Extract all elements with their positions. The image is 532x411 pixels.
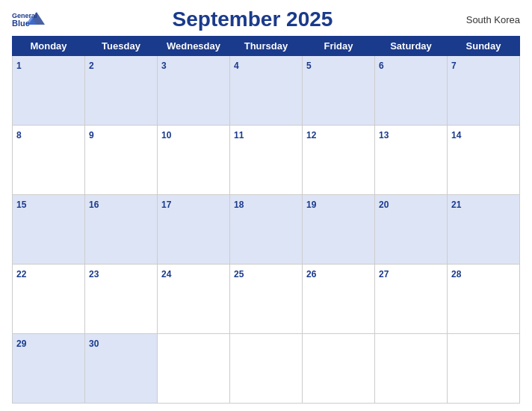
title-block: September 2025	[45, 7, 460, 31]
week-row-5: 2930	[13, 334, 520, 404]
week-row-4: 22232425262728	[13, 265, 520, 334]
calendar-cell: 2	[85, 56, 158, 126]
country-label: South Korea	[460, 14, 520, 25]
calendar-cell	[303, 334, 375, 404]
week-row-2: 891011121314	[13, 126, 520, 195]
day-number: 17	[161, 200, 171, 210]
week-row-3: 15161718192021	[13, 195, 520, 265]
day-number: 7	[451, 61, 457, 71]
logo: General Blue	[12, 8, 45, 31]
day-number: 8	[16, 130, 22, 140]
calendar-cell: 17	[158, 195, 230, 265]
day-number: 18	[234, 200, 244, 210]
calendar-cell: 21	[448, 195, 520, 265]
day-number: 11	[234, 130, 244, 140]
header-thursday: Thursday	[230, 37, 303, 56]
calendar-cell: 23	[85, 265, 158, 334]
header-saturday: Saturday	[375, 37, 448, 56]
calendar-cell: 24	[158, 265, 230, 334]
calendar-cell: 18	[230, 195, 303, 265]
day-number: 30	[89, 339, 99, 349]
calendar-cell: 27	[375, 265, 448, 334]
calendar-cell: 19	[303, 195, 375, 265]
calendar-cell: 20	[375, 195, 448, 265]
day-number: 10	[161, 130, 171, 140]
day-number: 14	[451, 130, 461, 140]
day-number: 4	[234, 61, 239, 71]
weekday-header-row: Monday Tuesday Wednesday Thursday Friday…	[13, 37, 520, 56]
day-number: 21	[451, 200, 461, 210]
calendar-cell: 25	[230, 265, 303, 334]
calendar-cell: 10	[158, 126, 230, 195]
day-number: 20	[379, 200, 389, 210]
calendar-cell: 4	[230, 56, 303, 126]
day-number: 6	[379, 61, 384, 71]
day-number: 28	[451, 269, 461, 279]
calendar-table: Monday Tuesday Wednesday Thursday Friday…	[12, 36, 520, 404]
header-tuesday: Tuesday	[85, 37, 158, 56]
calendar-cell: 8	[13, 126, 85, 195]
day-number: 13	[379, 130, 389, 140]
calendar-cell: 14	[448, 126, 520, 195]
day-number: 19	[306, 200, 316, 210]
logo-svg: General Blue	[12, 8, 45, 31]
calendar-cell	[375, 334, 448, 404]
day-number: 26	[306, 269, 316, 279]
day-number: 12	[306, 130, 316, 140]
calendar-cell: 13	[375, 126, 448, 195]
calendar-cell: 28	[448, 265, 520, 334]
calendar-cell: 16	[85, 195, 158, 265]
calendar-cell	[230, 334, 303, 404]
calendar-title: September 2025	[45, 7, 460, 31]
header-friday: Friday	[303, 37, 375, 56]
header-sunday: Sunday	[448, 37, 520, 56]
day-number: 2	[89, 61, 94, 71]
header-wednesday: Wednesday	[158, 37, 230, 56]
calendar-cell: 12	[303, 126, 375, 195]
day-number: 23	[89, 269, 99, 279]
day-number: 5	[306, 61, 312, 71]
day-number: 9	[89, 130, 94, 140]
calendar-cell: 29	[13, 334, 85, 404]
calendar-cell	[448, 334, 520, 404]
day-number: 24	[161, 269, 171, 279]
calendar-cell: 5	[303, 56, 375, 126]
day-number: 29	[16, 339, 26, 349]
day-number: 22	[16, 269, 26, 279]
day-number: 25	[234, 269, 244, 279]
day-number: 16	[89, 200, 99, 210]
day-number: 27	[379, 269, 389, 279]
calendar-cell: 6	[375, 56, 448, 126]
calendar-cell: 9	[85, 126, 158, 195]
calendar-cell: 15	[13, 195, 85, 265]
calendar-cell: 3	[158, 56, 230, 126]
calendar-header: General Blue September 2025 South Korea	[12, 7, 520, 31]
week-row-1: 1234567	[13, 56, 520, 126]
calendar-cell: 11	[230, 126, 303, 195]
calendar-page: General Blue September 2025 South Korea …	[0, 0, 532, 411]
day-number: 1	[16, 61, 22, 71]
calendar-cell: 26	[303, 265, 375, 334]
calendar-cell: 22	[13, 265, 85, 334]
day-number: 15	[16, 200, 26, 210]
calendar-cell: 1	[13, 56, 85, 126]
calendar-cell	[158, 334, 230, 404]
day-number: 3	[161, 61, 167, 71]
header-monday: Monday	[13, 37, 85, 56]
calendar-cell: 30	[85, 334, 158, 404]
calendar-cell: 7	[448, 56, 520, 126]
